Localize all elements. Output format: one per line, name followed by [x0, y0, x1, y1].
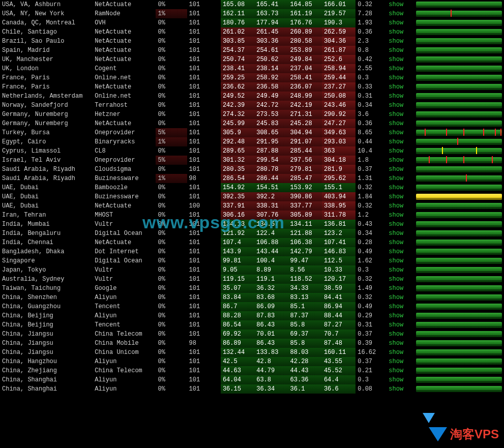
cell-loc: UAE, Dubai	[0, 192, 93, 201]
show-link[interactable]: show	[387, 366, 415, 375]
cell-loss: 0%	[156, 0, 187, 9]
cell-best: 337.77	[288, 201, 322, 211]
show-link[interactable]: show	[387, 82, 415, 92]
cell-prov: Oneprovider	[93, 128, 156, 137]
cell-loss: 0%	[156, 119, 187, 128]
show-link[interactable]: show	[387, 320, 415, 330]
cell-avg: 259.25	[221, 73, 254, 82]
show-link[interactable]: show	[387, 73, 415, 82]
cell-n: 101	[187, 183, 221, 192]
table-row: China, BeijingAliyun0%10188.2887.8387.37…	[0, 311, 504, 320]
cell-loc: China, Beijing	[0, 320, 93, 330]
cell-best: 248.99	[288, 92, 322, 101]
cell-loc: UAE, Dubai	[0, 201, 93, 211]
cell-var: 1.8	[355, 156, 387, 165]
cell-loc: USA, VA, Ashburn	[0, 0, 93, 9]
show-link[interactable]: show	[387, 92, 415, 101]
table-row: China, JiangsuChina Mobile0%9886.8986.43…	[0, 339, 504, 348]
cell-worst: 136.81	[322, 220, 355, 229]
show-link[interactable]: show	[387, 220, 415, 229]
mini-chart	[415, 265, 504, 275]
cell-last: 392.2	[254, 192, 288, 201]
mini-chart	[415, 18, 504, 27]
cell-var: 0.3	[355, 73, 387, 82]
cell-var: 0.37	[355, 357, 387, 366]
cell-best: 297.56	[288, 156, 322, 165]
cell-var: 8.65	[355, 128, 387, 137]
show-link[interactable]: show	[387, 119, 415, 128]
cell-best: 237.04	[288, 64, 322, 73]
table-row: India, ChennaiNetActuate0%101107.4106.88…	[0, 238, 504, 247]
cell-last: 280.78	[254, 165, 288, 174]
show-link[interactable]: show	[387, 27, 415, 37]
cell-prov: Aliyun	[93, 311, 156, 320]
cell-loc: Germany, Nuremberg	[0, 110, 93, 119]
show-link[interactable]: show	[387, 9, 415, 18]
show-link[interactable]: show	[387, 339, 415, 348]
show-link[interactable]: show	[387, 165, 415, 174]
cell-prov: Aliyun	[93, 293, 156, 302]
cell-prov: NetActuate	[93, 201, 156, 211]
cell-n: 98	[187, 174, 221, 183]
cell-worst: 10.33	[322, 265, 355, 275]
show-link[interactable]: show	[387, 18, 415, 27]
cell-avg: 86.89	[221, 339, 254, 348]
show-link[interactable]: show	[387, 375, 415, 384]
cell-var: 7.28	[355, 9, 387, 18]
show-link[interactable]: show	[387, 229, 415, 238]
show-link[interactable]: show	[387, 146, 415, 156]
cell-avg: 9.05	[221, 265, 254, 275]
show-link[interactable]: show	[387, 64, 415, 73]
table-row: Canada, QC, MontrealOVH0%101180.76177.94…	[0, 18, 504, 27]
show-link[interactable]: show	[387, 348, 415, 357]
show-link[interactable]: show	[387, 247, 415, 256]
cell-n: 101	[187, 165, 221, 174]
cell-prov: Cogent	[93, 64, 156, 73]
cell-n: 101	[187, 330, 221, 339]
mini-chart	[415, 110, 504, 119]
cell-worst: 237.27	[322, 82, 355, 92]
cell-var: 16.62	[355, 348, 387, 357]
show-link[interactable]: show	[387, 174, 415, 183]
show-link[interactable]: show	[387, 156, 415, 165]
table-row: China, HangzhouAliyun0%10142.542.842.284…	[0, 357, 504, 366]
show-link[interactable]: show	[387, 46, 415, 55]
cell-best: 161.19	[288, 9, 322, 18]
cell-avg: 44.63	[221, 366, 254, 375]
show-link[interactable]: show	[387, 192, 415, 201]
show-link[interactable]: show	[387, 238, 415, 247]
show-link[interactable]: show	[387, 211, 415, 220]
table-row: China, BeijingTencent0%10186.5486.4385.8…	[0, 320, 504, 330]
show-link[interactable]: show	[387, 55, 415, 64]
show-link[interactable]: show	[387, 183, 415, 192]
cell-n: 101	[187, 265, 221, 275]
cell-n: 101	[187, 92, 221, 101]
cell-worst: 338.95	[322, 201, 355, 211]
cell-n: 101	[187, 211, 221, 220]
table-row: Chile, SantiagoNetActuate0%101261.02261.…	[0, 27, 504, 37]
show-link[interactable]: show	[387, 256, 415, 265]
show-link[interactable]: show	[387, 201, 415, 211]
show-link[interactable]: show	[387, 284, 415, 293]
show-link[interactable]: show	[387, 265, 415, 275]
show-link[interactable]: show	[387, 128, 415, 137]
show-link[interactable]: show	[387, 357, 415, 366]
mini-chart	[415, 229, 504, 238]
cell-loss: 0%	[156, 302, 187, 311]
show-link[interactable]: show	[387, 110, 415, 119]
show-link[interactable]: show	[387, 330, 415, 339]
show-link[interactable]: show	[387, 384, 415, 394]
show-link[interactable]: show	[387, 311, 415, 320]
show-link[interactable]: show	[387, 0, 415, 9]
show-link[interactable]: show	[387, 293, 415, 302]
cell-worst: 155.1	[322, 183, 355, 192]
show-link[interactable]: show	[387, 37, 415, 46]
show-link[interactable]: show	[387, 302, 415, 311]
show-link[interactable]: show	[387, 275, 415, 284]
table-row: Egypt, CairoBinaryracks1%101292.48291.95…	[0, 137, 504, 146]
cell-avg: 261.02	[221, 27, 254, 37]
show-link[interactable]: show	[387, 137, 415, 146]
cell-prov: NetActuate	[93, 238, 156, 247]
show-link[interactable]: show	[387, 101, 415, 110]
cell-n: 101	[187, 156, 221, 165]
